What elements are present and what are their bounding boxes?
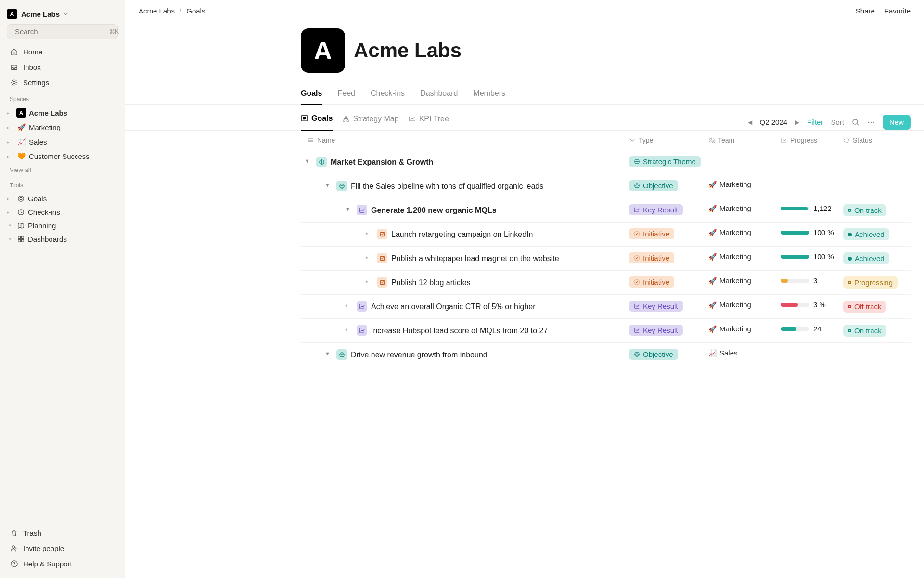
svg-rect-5 (18, 236, 20, 238)
search-view-icon[interactable] (852, 118, 860, 126)
svg-rect-7 (18, 239, 20, 242)
viewtab-goals[interactable]: Goals (301, 114, 333, 131)
breadcrumb-current[interactable]: Goals (186, 7, 205, 15)
type-icon (634, 279, 641, 286)
item-title: Increase Hubspot lead score of MQLs from… (371, 325, 548, 337)
svg-point-24 (636, 161, 638, 162)
space-item[interactable]: ▸🧡Customer Success (7, 149, 118, 163)
viewtab-label: Goals (311, 114, 333, 123)
disclosure-triangle[interactable]: ▼ (345, 204, 353, 212)
status-dot-icon (848, 281, 851, 284)
footer-person-plus[interactable]: Invite people (7, 540, 118, 556)
footer-help[interactable]: Help & Support (7, 556, 118, 571)
disclosure-triangle[interactable]: ▼ (325, 180, 333, 188)
viewtab-kpi-tree[interactable]: KPI Tree (409, 114, 449, 130)
tool-item[interactable]: ▸Check-ins (7, 205, 118, 219)
tab-feed[interactable]: Feed (337, 89, 355, 104)
breadcrumb-root[interactable]: Acme Labs (139, 7, 175, 15)
grid-icon (16, 235, 25, 243)
col-team[interactable]: Team (718, 136, 734, 144)
filter-button[interactable]: Filter (807, 118, 823, 126)
tool-item[interactable]: ▸Goals (7, 192, 118, 205)
table-row[interactable]: ▼Drive new revenue growth from inboundOb… (301, 343, 911, 367)
bullet: • (365, 228, 373, 238)
footer-label: Invite people (23, 544, 64, 552)
status-pill: Progressing (843, 276, 898, 289)
space-item[interactable]: ▸🚀Marketing (7, 120, 118, 134)
period-prev[interactable]: ◀ (748, 119, 752, 126)
chevron-right-icon[interactable]: ▸ (7, 196, 13, 201)
table-row[interactable]: ▼Generate 1.200 new organic MQLsKey Resu… (301, 198, 911, 223)
disclosure-triangle[interactable]: ▼ (305, 156, 312, 164)
space-item[interactable]: ▸📈Sales (7, 134, 118, 149)
table-row[interactable]: ▼Fill the Sales pipeline with tons of qu… (301, 174, 911, 198)
tab-check-ins[interactable]: Check-ins (371, 89, 405, 104)
tool-item[interactable]: •Dashboards (7, 232, 118, 246)
svg-point-15 (853, 119, 858, 124)
chevron-right-icon[interactable]: ▸ (7, 210, 13, 215)
favorite-button[interactable]: Favorite (885, 7, 911, 15)
col-name[interactable]: Name (317, 136, 335, 144)
progress-bar (781, 279, 809, 283)
search-input[interactable]: ⌘K (7, 24, 118, 39)
table-row[interactable]: •Achieve an overall Organic CTR of 5% or… (301, 295, 911, 319)
viewtab-strategy-map[interactable]: Strategy Map (342, 114, 398, 130)
footer-trash[interactable]: Trash (7, 525, 118, 540)
chevron-right-icon[interactable]: ▸ (7, 110, 13, 116)
type-label: Strategic Theme (643, 158, 696, 166)
tab-members[interactable]: Members (473, 89, 505, 104)
workspace-logo: A (7, 9, 17, 19)
table-row[interactable]: •Publish a whitepaper lead magnet on the… (301, 247, 911, 271)
workspace-switcher[interactable]: A Acme Labs (7, 7, 118, 24)
table-header: Name Type Team Progress Status (301, 131, 911, 150)
svg-rect-6 (21, 236, 24, 238)
svg-point-9 (12, 545, 14, 548)
type-label: Objective (643, 350, 673, 358)
table-row[interactable]: •Launch retargeting campaign on LinkedIn… (301, 223, 911, 247)
nav-inbox[interactable]: Inbox (7, 59, 118, 75)
sort-button[interactable]: Sort (831, 118, 844, 126)
svg-rect-13 (343, 120, 345, 121)
table-row[interactable]: •Increase Hubspot lead score of MQLs fro… (301, 319, 911, 343)
nav-label: Settings (23, 79, 49, 87)
tab-dashboard[interactable]: Dashboard (420, 89, 458, 104)
space-emoji: 📈 (16, 137, 26, 146)
search-field[interactable] (15, 27, 106, 36)
share-button[interactable]: Share (856, 7, 875, 15)
new-button[interactable]: New (883, 115, 911, 130)
tool-item[interactable]: •Planning (7, 219, 118, 232)
breadcrumb-separator: / (180, 7, 181, 15)
col-progress[interactable]: Progress (790, 136, 817, 144)
progress-bar (781, 231, 809, 235)
col-status[interactable]: Status (853, 136, 872, 144)
table-row[interactable]: •Publish 12 blog articlesInitiative🚀Mark… (301, 271, 911, 295)
trash-icon (10, 528, 18, 537)
view-all-spaces[interactable]: View all (7, 163, 118, 176)
period-next[interactable]: ▶ (795, 119, 799, 126)
chevron-right-icon[interactable]: ▸ (7, 139, 13, 144)
type-tag: Initiative (629, 252, 674, 263)
chevron-right-icon[interactable]: ▸ (7, 125, 13, 130)
help-icon (10, 559, 18, 568)
spaces-section-label: Spaces (7, 90, 118, 105)
status-dot-icon (848, 305, 851, 308)
svg-point-16 (868, 121, 870, 123)
kr-icon (357, 205, 367, 215)
disclosure-triangle[interactable]: ▼ (325, 349, 333, 356)
type-label: Initiative (643, 230, 669, 238)
col-type[interactable]: Type (639, 136, 653, 144)
table-row[interactable]: ▼Market Expansion & GrowthStrategic Them… (301, 150, 911, 174)
period-label[interactable]: Q2 2024 (760, 118, 788, 126)
progress-value: 1,122 (813, 204, 832, 212)
item-title: Drive new revenue growth from inbound (351, 349, 488, 361)
space-item[interactable]: ▸AAcme Labs (7, 105, 118, 120)
progress-bar (781, 303, 809, 307)
person-plus-icon (10, 544, 18, 552)
chevron-right-icon[interactable]: ▸ (7, 154, 13, 159)
nav-settings[interactable]: Settings (7, 75, 118, 90)
tab-goals[interactable]: Goals (301, 89, 322, 105)
tool-label: Dashboards (28, 235, 67, 243)
type-tag: Strategic Theme (629, 156, 701, 167)
nav-home[interactable]: Home (7, 44, 118, 59)
more-icon[interactable] (867, 118, 875, 126)
